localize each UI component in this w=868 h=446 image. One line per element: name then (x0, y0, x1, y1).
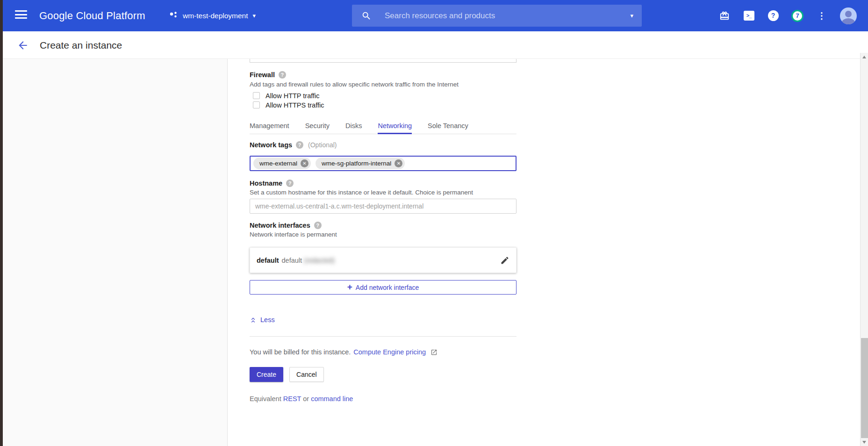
cancel-button[interactable]: Cancel (289, 367, 324, 382)
firewall-label-row: Firewall ? (250, 71, 516, 79)
free-trial-gift-icon[interactable] (715, 0, 734, 31)
hostname-label: Hostname (250, 180, 282, 187)
add-network-interface-button[interactable]: + Add network interface (250, 280, 516, 295)
create-button[interactable]: Create (250, 367, 283, 382)
compute-engine-pricing-link[interactable]: Compute Engine pricing (353, 348, 426, 356)
help-icon[interactable]: ? (764, 0, 782, 31)
back-arrow-icon[interactable] (17, 39, 29, 51)
tab-sole-tenancy[interactable]: Sole Tenancy (428, 119, 468, 134)
hostname-field[interactable] (250, 199, 516, 214)
remove-tag-icon[interactable]: ✕ (301, 159, 308, 167)
allow-http-label: Allow HTTP traffic (265, 92, 320, 100)
plus-icon: + (347, 282, 352, 291)
menu-icon[interactable] (15, 10, 27, 21)
more-options-icon[interactable]: ⋮ (812, 0, 831, 31)
notification-count: 7 (791, 10, 803, 22)
network-interfaces-help-icon[interactable]: ? (314, 222, 322, 229)
tab-networking[interactable]: Networking (378, 119, 412, 134)
search-input[interactable]: Search resources and products ▾ (352, 5, 642, 27)
billing-note: You will be billed for this instance. Co… (250, 348, 516, 356)
allow-https-checkbox-row: Allow HTTPS traffic (253, 101, 520, 109)
project-icon (169, 11, 178, 20)
allow-https-checkbox[interactable] (253, 101, 260, 108)
interface-name: default (257, 257, 279, 264)
cloud-shell-icon[interactable]: >_ (739, 0, 758, 31)
firewall-help-icon[interactable]: ? (279, 71, 286, 79)
allow-https-label: Allow HTTPS traffic (265, 101, 324, 109)
settings-tabs: Management Security Disks Networking Sol… (250, 119, 516, 134)
search-icon (361, 11, 372, 21)
firewall-description: Add tags and firewall rules to allow spe… (250, 81, 516, 88)
allow-http-checkbox[interactable] (253, 92, 260, 99)
less-toggle[interactable]: Less (250, 316, 287, 324)
account-avatar[interactable] (839, 0, 858, 31)
project-name: wm-test-deployment (183, 12, 248, 20)
network-interface-row[interactable]: default default (redacted) (250, 247, 516, 273)
interface-network: default (282, 257, 302, 264)
tab-management[interactable]: Management (250, 119, 289, 134)
vertical-scrollbar[interactable] (860, 53, 868, 446)
project-selector[interactable]: wm-test-deployment ▾ (169, 0, 256, 31)
scrollbar-thumb[interactable] (861, 338, 868, 438)
collapse-chevrons-icon (250, 317, 257, 324)
page-title: Create an instance (40, 31, 122, 59)
remove-tag-icon[interactable]: ✕ (395, 159, 402, 167)
tab-disks[interactable]: Disks (345, 119, 362, 134)
form-actions: Create Cancel (250, 367, 516, 382)
equivalent-links: Equivalent REST or command line (250, 395, 516, 403)
network-interfaces-label: Network interfaces (250, 222, 310, 229)
page-header: Create an instance (0, 31, 868, 59)
gcp-console-window: Google Cloud Platform wm-test-deployment… (0, 0, 868, 446)
firewall-label: Firewall (250, 71, 275, 79)
network-tags-label: Network tags (250, 141, 292, 149)
search-chevron-down-icon[interactable]: ▾ (630, 13, 633, 19)
hostname-label-row: Hostname ? (250, 180, 516, 187)
scroll-up-arrow[interactable] (862, 56, 866, 58)
network-tags-label-row: Network tags ? (Optional) (250, 141, 516, 149)
notifications-badge[interactable]: 7 (788, 0, 807, 31)
edit-pencil-icon[interactable] (500, 256, 509, 265)
scroll-down-arrow[interactable] (862, 441, 866, 444)
chevron-down-icon: ▾ (253, 13, 256, 19)
tab-security[interactable]: Security (305, 119, 330, 134)
hostname-help-icon[interactable]: ? (286, 180, 294, 187)
redacted-subnet-range: (redacted) (304, 257, 335, 264)
left-panel (3, 59, 228, 446)
network-tags-help-icon[interactable]: ? (296, 141, 303, 149)
network-interfaces-label-row: Network interfaces ? (250, 222, 516, 229)
command-line-link[interactable]: command line (311, 395, 353, 403)
app-bar: Google Cloud Platform wm-test-deployment… (0, 0, 868, 31)
network-tags-optional: (Optional) (308, 141, 337, 149)
avatar (840, 7, 857, 24)
rest-link[interactable]: REST (283, 395, 301, 403)
tag-chip: wme-external ✕ (253, 158, 311, 169)
allow-http-checkbox-row: Allow HTTP traffic (253, 91, 520, 100)
window-edge (0, 0, 3, 446)
network-tags-input[interactable]: wme-external ✕ wme-sg-platform-internal … (250, 156, 516, 171)
external-link-icon (430, 349, 438, 356)
section-divider (250, 336, 516, 337)
search-placeholder: Search resources and products (385, 11, 630, 21)
tag-chip: wme-sg-platform-internal ✕ (316, 158, 405, 169)
hostname-description: Set a custom hostname for this instance … (250, 189, 516, 196)
network-interfaces-description: Network interface is permanent (250, 231, 516, 238)
product-logo[interactable]: Google Cloud Platform (39, 0, 145, 31)
